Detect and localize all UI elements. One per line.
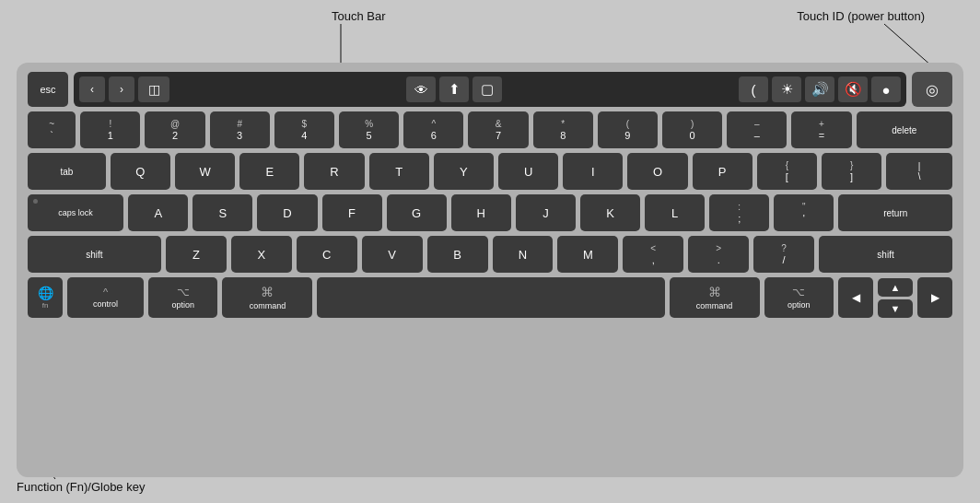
command-symbol-right-icon: ⌘	[708, 285, 721, 299]
key-fn-globe[interactable]: 🌐 fn	[28, 277, 63, 318]
key-9[interactable]: (9	[598, 111, 658, 148]
option-symbol-right-icon: ⌥	[792, 286, 805, 298]
keyboard: esc ‹ › ◫ 👁 ⬆ ▢ ( ☀ 🔊 🔇 ● ◎ ~` !1 @2 #3 …	[17, 63, 963, 477]
command-symbol-left-icon: ⌘	[261, 285, 274, 299]
tb-brightness-button[interactable]: ☀	[772, 76, 801, 102]
key-2[interactable]: @2	[145, 111, 204, 148]
control-caret-icon: ^	[103, 287, 108, 298]
key-7[interactable]: &7	[468, 111, 528, 148]
key-n[interactable]: N	[493, 236, 554, 273]
key-b[interactable]: B	[427, 236, 488, 273]
key-backtick[interactable]: ~`	[28, 111, 76, 148]
arrow-cluster: ◀ ▲ ▼ ▶	[838, 277, 952, 318]
key-backslash[interactable]: |\	[886, 153, 952, 190]
key-3[interactable]: #3	[210, 111, 270, 148]
key-k[interactable]: K	[580, 194, 640, 231]
touchbar-annotation: Touch Bar	[332, 9, 386, 23]
key-u[interactable]: U	[498, 153, 558, 190]
key-touchid[interactable]: ◎	[912, 72, 952, 107]
key-z[interactable]: Z	[166, 236, 227, 273]
key-s[interactable]: S	[192, 194, 252, 231]
arrow-updown: ▲ ▼	[878, 278, 913, 318]
key-control[interactable]: ^ control	[67, 277, 144, 318]
key-option-left[interactable]: ⌥ option	[148, 277, 217, 318]
key-a[interactable]: A	[128, 194, 188, 231]
a-row: caps lock A S D F G H J K L :; "' return	[28, 194, 952, 231]
key-e[interactable]: E	[239, 153, 299, 190]
globe-icon: 🌐	[38, 286, 53, 300]
key-h[interactable]: H	[451, 194, 511, 231]
command-left-label: command	[250, 301, 286, 310]
key-y[interactable]: Y	[434, 153, 494, 190]
tb-siri-button[interactable]: ●	[871, 76, 901, 102]
key-1[interactable]: !1	[80, 111, 140, 148]
key-minus[interactable]: ––	[727, 111, 787, 148]
key-tab[interactable]: tab	[28, 153, 106, 190]
key-shift-left[interactable]: shift	[28, 236, 161, 273]
key-space[interactable]	[317, 277, 664, 318]
tb-grid-button[interactable]: ◫	[138, 76, 169, 102]
key-f[interactable]: F	[322, 194, 382, 231]
key-shift-right[interactable]: shift	[819, 236, 952, 273]
key-arrow-up[interactable]: ▲	[878, 278, 913, 297]
tb-forward-button[interactable]: ›	[109, 76, 134, 102]
key-arrow-right[interactable]: ▶	[917, 277, 952, 318]
fn-annotation: Function (Fn)/Globe key	[17, 480, 145, 494]
key-command-left[interactable]: ⌘ command	[222, 277, 312, 318]
tb-mute-button[interactable]: 🔇	[838, 76, 868, 102]
key-0[interactable]: )0	[662, 111, 722, 148]
number-row: ~` !1 @2 #3 $4 %5 ^6 &7 *8 (9 )0 –– += d…	[28, 111, 952, 148]
key-j[interactable]: J	[516, 194, 576, 231]
touchid-annotation: Touch ID (power button)	[797, 9, 925, 23]
key-t[interactable]: T	[369, 153, 429, 190]
key-8[interactable]: *8	[533, 111, 593, 148]
key-bracket-l[interactable]: {[	[757, 153, 817, 190]
key-arrow-left[interactable]: ◀	[838, 277, 873, 318]
key-6[interactable]: ^6	[403, 111, 463, 148]
capslock-indicator	[33, 199, 38, 204]
key-comma[interactable]: <,	[623, 236, 683, 273]
control-label: control	[93, 299, 118, 309]
key-return[interactable]: return	[838, 194, 952, 231]
key-command-right[interactable]: ⌘ command	[670, 277, 760, 318]
touch-bar: ‹ › ◫ 👁 ⬆ ▢ ( ☀ 🔊 🔇 ●	[74, 72, 906, 107]
key-4[interactable]: $4	[274, 111, 334, 148]
tb-eye-button[interactable]: 👁	[406, 76, 436, 102]
key-c[interactable]: C	[297, 236, 357, 273]
key-bracket-r[interactable]: }]	[822, 153, 881, 190]
fn-label: fn	[42, 301, 49, 310]
key-w[interactable]: W	[175, 153, 235, 190]
tb-screen-button[interactable]: ▢	[472, 76, 502, 102]
svg-line-1	[884, 24, 932, 66]
key-q[interactable]: Q	[111, 153, 170, 190]
key-x[interactable]: X	[231, 236, 292, 273]
key-g[interactable]: G	[387, 194, 447, 231]
key-delete[interactable]: delete	[857, 111, 952, 148]
key-d[interactable]: D	[257, 194, 317, 231]
key-equals[interactable]: +=	[791, 111, 851, 148]
key-period[interactable]: >.	[688, 236, 749, 273]
key-arrow-down[interactable]: ▼	[878, 299, 913, 318]
key-5[interactable]: %5	[339, 111, 399, 148]
bottom-row: 🌐 fn ^ control ⌥ option ⌘ command ⌘ comm…	[28, 277, 952, 318]
z-row: shift Z X C V B N M <, >. ?/ shift	[28, 236, 952, 273]
key-slash[interactable]: ?/	[753, 236, 814, 273]
option-left-label: option	[171, 300, 194, 310]
key-option-right[interactable]: ⌥ option	[764, 277, 834, 318]
key-esc[interactable]: esc	[28, 72, 68, 107]
key-o[interactable]: O	[627, 153, 687, 190]
tb-volume-button[interactable]: 🔊	[805, 76, 834, 102]
key-v[interactable]: V	[362, 236, 423, 273]
key-p[interactable]: P	[693, 153, 752, 190]
tb-share-button[interactable]: ⬆	[439, 76, 469, 102]
key-m[interactable]: M	[557, 236, 618, 273]
key-i[interactable]: I	[563, 153, 623, 190]
key-r[interactable]: R	[304, 153, 364, 190]
key-semicolon[interactable]: :;	[709, 194, 769, 231]
q-row: tab Q W E R T Y U I O P {[ }] |\	[28, 153, 952, 190]
key-l[interactable]: L	[645, 194, 705, 231]
tb-paren-button[interactable]: (	[739, 76, 768, 102]
key-quote[interactable]: "'	[774, 194, 834, 231]
key-capslock[interactable]: caps lock	[28, 194, 123, 231]
tb-back-button[interactable]: ‹	[79, 76, 105, 102]
